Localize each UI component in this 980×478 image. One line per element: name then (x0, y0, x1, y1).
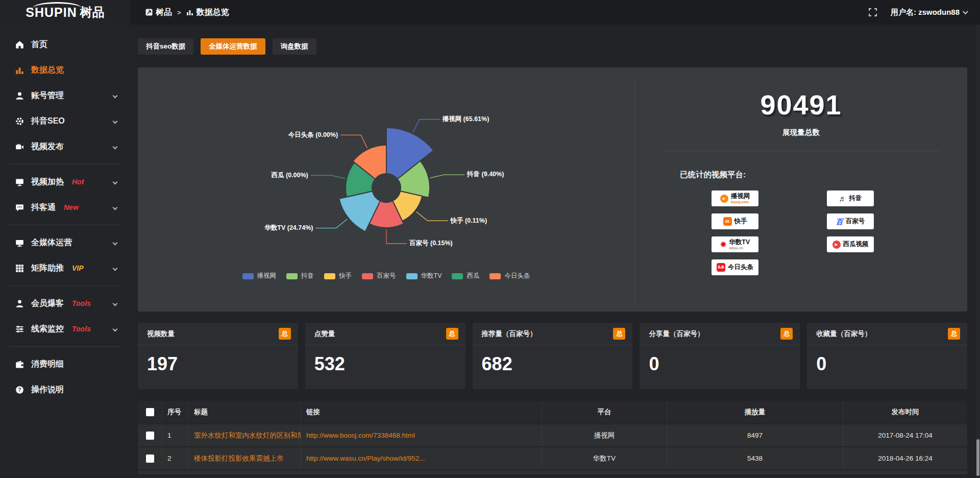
question-icon: ? (15, 386, 24, 394)
summary-divider (662, 151, 941, 151)
video-title-link[interactable]: 楼体投影灯投影效果震撼上市 (189, 447, 301, 469)
slice-label-百家号: 百家号 (0.15%) (409, 240, 453, 247)
table-header-cell: 播放量 (667, 401, 843, 423)
scrollbar-thumb[interactable] (976, 439, 979, 476)
row-checkbox-cell (138, 447, 162, 469)
username-label: 用户名: zswodun88 (891, 8, 960, 17)
sidebar-item[interactable]: 首页 (0, 32, 130, 57)
video-title-link[interactable]: 室外水纹灯和室内水纹灯的区别和简介 (189, 424, 301, 446)
legend-item[interactable]: 快手 (324, 272, 352, 280)
platform-badge[interactable]: 头条今日头条 (712, 259, 758, 275)
legend-swatch (242, 273, 254, 279)
stat-card-header: 收藏量（百家号）总 (807, 323, 967, 345)
platform-text: 今日头条 (728, 264, 753, 271)
sidebar-item-label: 线索监控 (31, 324, 64, 334)
svg-text:?: ? (18, 387, 21, 393)
platform-badge[interactable]: 百百家号 (827, 213, 874, 229)
brand-logo[interactable]: SHUPIN 树品 (0, 0, 130, 25)
stat-card: 收藏量（百家号）总0 (807, 323, 967, 389)
slice-label-抖音: 抖音 (9.40%) (467, 171, 504, 178)
tab[interactable]: 抖音seo数据 (138, 38, 193, 55)
sidebar-item[interactable]: 账号管理 (0, 83, 130, 108)
stat-card-header: 视频数量总 (138, 323, 298, 345)
bar-chart-icon (186, 9, 193, 16)
user-menu[interactable]: 用户名: zswodun88 (891, 8, 967, 17)
row-checkbox[interactable] (146, 432, 154, 440)
sidebar-item[interactable]: 视频发布 (0, 134, 130, 159)
legend-item[interactable]: 百家号 (362, 272, 396, 280)
sidebar-item-label: 视频发布 (31, 141, 64, 152)
stat-card-label: 分享量（百家号） (649, 329, 704, 339)
row-index: 1 (162, 424, 189, 446)
legend-label: 华数TV (421, 272, 442, 280)
sidebar-item[interactable]: 视频加热Hot (0, 169, 130, 195)
sidebar-item[interactable]: 全媒体运营 (0, 230, 130, 255)
platform-name: 西瓜视频 (843, 241, 869, 248)
legend-item[interactable]: 播视网 (242, 272, 277, 280)
legend-item[interactable]: 西瓜 (452, 272, 479, 280)
chevron-down-icon (113, 266, 118, 271)
main-content: 抖音seo数据全媒体运营数据询盘数据 播视网 (65.61%)抖音 (9.40%… (130, 25, 980, 478)
summary-panel: 90491 展现量总数 已统计的视频平台: ▶播视网boosj.com♬抖音88… (635, 67, 967, 312)
fullscreen-icon[interactable] (868, 8, 877, 17)
published-cell: 2017-08-24 17:04 (843, 424, 967, 446)
member-icon (15, 299, 24, 308)
stat-card: 点赞量总532 (305, 323, 465, 389)
sidebar-item[interactable]: 矩阵助推VIP (0, 255, 130, 281)
page-scrollbar[interactable] (976, 25, 980, 478)
boosj-icon: ▶ (720, 195, 728, 203)
legend-swatch (362, 273, 373, 279)
sidebar-item[interactable]: 线索监控Tools (0, 316, 130, 342)
sidebar-item[interactable]: ?操作说明 (0, 377, 130, 402)
chevron-down-icon (113, 301, 118, 306)
select-all-checkbox[interactable] (146, 408, 154, 416)
data-tabs: 抖音seo数据全媒体运营数据询盘数据 (138, 38, 316, 55)
platform-badge[interactable]: 88快手 (712, 213, 758, 229)
video-url-link[interactable]: http://www.wasu.cn/Play/show/id/952... (301, 447, 542, 469)
video-upload-icon (15, 142, 24, 151)
sidebar-item-label: 抖音SEO (31, 116, 65, 127)
sidebar-divider (9, 164, 121, 164)
stat-card: 推荐量（百家号）总682 (473, 323, 633, 389)
legend-label: 西瓜 (467, 272, 479, 280)
chevron-down-icon (113, 179, 118, 184)
logo-arc (33, 2, 82, 8)
row-checkbox[interactable] (146, 455, 154, 463)
sidebar-item[interactable]: 消费明细 (0, 351, 130, 377)
platform-badge[interactable]: ▶播视网boosj.com (712, 190, 758, 206)
legend-item[interactable]: 抖音 (286, 272, 314, 280)
legend-item[interactable]: 华数TV (406, 272, 442, 280)
label-line-百家号 (386, 229, 407, 244)
platform-subtext: boosj.com (731, 200, 749, 204)
platform-name: 华数TV (729, 239, 750, 246)
legend-item[interactable]: 今日头条 (489, 272, 530, 280)
tab[interactable]: 询盘数据 (273, 38, 316, 55)
sidebar-item[interactable]: 会员爆客Tools (0, 291, 130, 316)
sidebar-divider (9, 346, 121, 347)
sidebar-item-label: 首页 (31, 39, 47, 50)
breadcrumb-item-shupin[interactable]: 树品 (145, 7, 172, 18)
legend-swatch (489, 273, 501, 279)
platform-badge[interactable]: ♬抖音 (827, 190, 874, 206)
sliders-icon (15, 325, 24, 333)
stat-card-value: 532 (305, 345, 465, 375)
stat-card-label: 推荐量（百家号） (482, 329, 537, 339)
stat-card-header: 点赞量总 (305, 323, 465, 345)
tab[interactable]: 全媒体运营数据 (201, 38, 265, 55)
sidebar-item[interactable]: 数据总览 (0, 57, 130, 83)
stat-card-header: 推荐量（百家号）总 (473, 323, 633, 345)
slice-label-西瓜: 西瓜 (0.00%) (271, 172, 308, 179)
sidebar-item[interactable]: 抖客通New (0, 195, 130, 220)
breadcrumb-item-data-overview[interactable]: 数据总览 (186, 7, 229, 18)
table-header-checkbox-cell (138, 401, 162, 423)
platform-badge[interactable]: ✺华数TVwasu.cn (712, 236, 758, 252)
table-header-cell: 标题 (189, 401, 301, 423)
chevron-down-icon (113, 144, 118, 149)
gear-icon (15, 117, 24, 126)
label-line-西瓜 (311, 175, 345, 178)
sidebar-item[interactable]: 抖音SEO (0, 108, 130, 134)
plays-cell: 8497 (667, 424, 843, 446)
sidebar: 首页数据总览账号管理抖音SEO视频发布视频加热Hot抖客通New全媒体运营矩阵助… (0, 25, 130, 478)
platform-badge[interactable]: ▶西瓜视频 (827, 236, 874, 252)
video-url-link[interactable]: http://www.boosj.com/7338468.html (301, 424, 542, 446)
